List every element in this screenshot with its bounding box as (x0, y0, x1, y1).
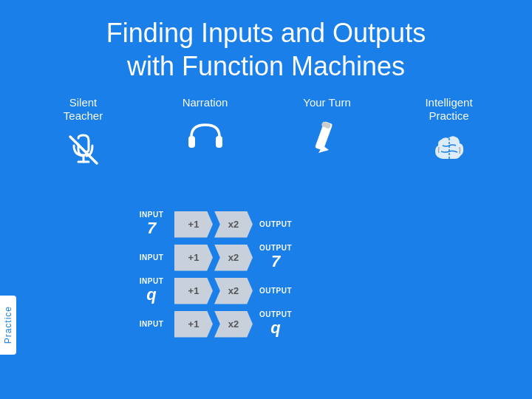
output-block-2: OUTPUT 7 (257, 244, 294, 271)
op1-box-1: +1 (174, 211, 213, 238)
machines-area: INPUT 7 +1 x2 OUTPUT INPUT +1 x2 OUTPUT … (133, 211, 294, 338)
input-block-3: INPUT q (133, 277, 170, 304)
machine-row-1: INPUT 7 +1 x2 OUTPUT (133, 211, 294, 238)
page-title: Finding Inputs and Outputs with Function… (0, 0, 532, 83)
narration-icon (184, 115, 227, 158)
svg-rect-4 (216, 136, 222, 148)
output-label-3: OUTPUT (259, 287, 292, 295)
your-turn-item[interactable]: Your Turn (283, 96, 372, 158)
op2-box-2: x2 (214, 245, 253, 271)
silent-teacher-label: Silent Teacher (64, 96, 103, 123)
intelligent-practice-item[interactable]: Intelligent Practice (405, 96, 494, 171)
icons-row: Silent Teacher Narration (0, 83, 532, 171)
output-block-3: OUTPUT (257, 287, 294, 295)
arrow-box-2: +1 x2 (174, 245, 253, 271)
op2-box-1: x2 (214, 211, 253, 238)
op1-box-3: +1 (174, 278, 213, 304)
input-label-3: INPUT (140, 277, 164, 285)
narration-label: Narration (183, 96, 228, 109)
op1-box-4: +1 (174, 311, 213, 338)
your-turn-label: Your Turn (303, 96, 351, 109)
your-turn-icon (306, 115, 349, 158)
output-label-2: OUTPUT (259, 244, 292, 252)
input-label-4: INPUT (140, 320, 164, 328)
input-label-2: INPUT (140, 253, 164, 262)
op1-box-2: +1 (174, 245, 213, 271)
narration-item[interactable]: Narration (161, 96, 250, 158)
silent-teacher-item[interactable]: Silent Teacher (39, 96, 128, 171)
intelligent-practice-icon (428, 129, 471, 171)
output-value-4: q (270, 318, 280, 338)
arrow-box-4: +1 x2 (174, 311, 253, 338)
output-value-2: 7 (271, 252, 280, 271)
intelligent-practice-label: Intelligent Practice (425, 96, 472, 123)
output-label-4: OUTPUT (259, 310, 292, 318)
input-block-2: INPUT (133, 253, 170, 262)
output-block-1: OUTPUT (257, 220, 294, 228)
op2-box-4: x2 (214, 311, 253, 338)
op2-box-3: x2 (214, 278, 253, 304)
output-block-4: OUTPUT q (257, 310, 294, 338)
silent-teacher-icon (62, 129, 105, 171)
input-block-4: INPUT (133, 320, 170, 328)
arrow-box-1: +1 x2 (174, 211, 253, 238)
machine-row-3: INPUT q +1 x2 OUTPUT (133, 277, 294, 304)
svg-rect-3 (188, 136, 195, 148)
input-block-1: INPUT 7 (133, 211, 170, 238)
practice-tab-label: Practice (3, 306, 13, 344)
machine-row-4: INPUT +1 x2 OUTPUT q (133, 310, 294, 338)
machine-row-2: INPUT +1 x2 OUTPUT 7 (133, 244, 294, 271)
practice-tab[interactable]: Practice (0, 296, 16, 355)
output-label-1: OUTPUT (259, 220, 292, 228)
input-value-1: 7 (147, 219, 156, 238)
arrow-box-3: +1 x2 (174, 278, 253, 304)
input-label-1: INPUT (140, 211, 164, 219)
input-value-3: q (146, 285, 156, 304)
